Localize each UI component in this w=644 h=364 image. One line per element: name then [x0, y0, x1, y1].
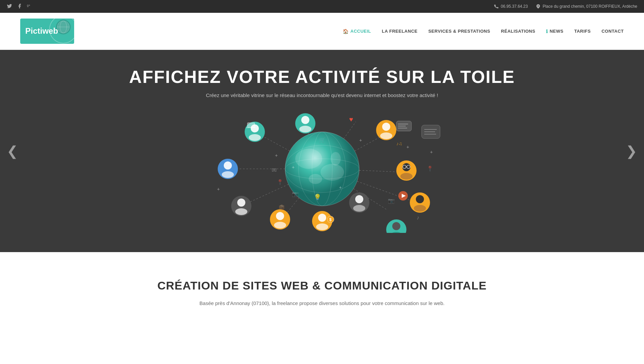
hero-illustration: $ ♥ + + + + + + + ♪♫ ♪ 📍 📍	[187, 105, 457, 240]
logo[interactable]: Pictiweb	[20, 19, 74, 44]
svg-point-34	[380, 132, 392, 139]
svg-text:♪♫: ♪♫	[396, 141, 402, 146]
svg-text:📍: 📍	[277, 179, 283, 185]
svg-point-64	[316, 223, 328, 230]
svg-point-61	[414, 205, 426, 212]
contact-info: 06.95.37.64.23 Place du grand chemin, 07…	[494, 4, 637, 9]
header: Pictiweb 🏠 ACCUEIL LA FREELANCE SERVICES…	[0, 13, 644, 50]
home-icon: 🏠	[343, 29, 349, 34]
svg-text:+: +	[275, 153, 278, 158]
svg-point-51	[237, 199, 245, 207]
svg-point-68	[355, 195, 363, 203]
svg-text:📷: 📷	[388, 198, 395, 204]
svg-point-40	[224, 161, 232, 170]
svg-point-55	[400, 173, 412, 180]
nav-services[interactable]: SERVICES & PRESTATIONS	[428, 29, 490, 34]
address-info: Place du grand chemin, 07100 ROIFFIEUX, …	[536, 4, 637, 9]
info-icon: ℹ	[546, 29, 548, 34]
carousel-prev[interactable]: ❮	[7, 143, 18, 159]
svg-text:📷: 📷	[292, 191, 299, 197]
svg-point-60	[416, 195, 424, 203]
svg-point-2	[56, 20, 71, 34]
phone-number: 06.95.37.64.23	[501, 4, 528, 9]
svg-text:♥: ♥	[349, 116, 353, 123]
hero-subtitle: Créez une véritable vitrine sur le résea…	[206, 92, 438, 98]
svg-point-4	[60, 21, 67, 33]
svg-point-63	[318, 214, 326, 222]
section-title: CRÉATION DE SITES WEB & COMMUNICATION DI…	[67, 279, 577, 292]
svg-point-54	[402, 163, 410, 171]
svg-rect-45	[247, 123, 255, 127]
svg-point-71	[392, 222, 400, 230]
svg-point-3	[57, 21, 69, 33]
intro-section: CRÉATION DE SITES WEB & COMMUNICATION DI…	[0, 252, 644, 328]
section-description: Basée près d'Annonay (07100), la freelan…	[67, 299, 577, 308]
svg-text:+: +	[217, 186, 220, 192]
nav-tarifs[interactable]: TARIFS	[574, 29, 591, 34]
svg-text:📦: 📦	[278, 204, 285, 211]
svg-text:✉: ✉	[272, 167, 277, 174]
svg-text:+: +	[406, 144, 409, 150]
svg-text:Pictiweb: Pictiweb	[25, 26, 58, 35]
svg-text:+: +	[430, 149, 433, 155]
googleplus-link[interactable]: g+	[27, 3, 32, 10]
main-nav: 🏠 ACCUEIL LA FREELANCE SERVICES & PRESTA…	[343, 29, 624, 34]
nav-accueil[interactable]: 🏠 ACCUEIL	[343, 29, 371, 34]
svg-point-1	[538, 5, 539, 7]
logo-box: Pictiweb	[20, 19, 74, 44]
social-links: g+	[7, 3, 32, 10]
svg-text:♪: ♪	[417, 215, 419, 220]
top-bar: g+ 06.95.37.64.23 Place du grand chemin,…	[0, 0, 644, 13]
svg-point-52	[235, 208, 247, 215]
carousel-next[interactable]: ❯	[626, 143, 637, 159]
svg-text:🛒: 🛒	[319, 137, 326, 143]
hero-title: AFFICHEZ VOTRE ACTIVITÉ SUR LA TOILE	[129, 67, 515, 87]
facebook-link[interactable]	[17, 3, 22, 10]
svg-point-41	[222, 171, 234, 178]
svg-point-69	[353, 205, 365, 212]
svg-text:📍: 📍	[427, 165, 433, 172]
nav-contact[interactable]: CONTACT	[602, 29, 624, 34]
svg-point-33	[382, 123, 390, 131]
nav-news[interactable]: ℹ NEWS	[546, 29, 563, 34]
svg-point-49	[274, 222, 286, 229]
svg-text:g+: g+	[27, 4, 30, 7]
svg-text:+: +	[359, 138, 362, 143]
svg-point-30	[301, 116, 309, 124]
svg-text:$: $	[329, 217, 332, 222]
twitter-link[interactable]	[7, 3, 12, 10]
nav-realisations[interactable]: RÉALISATIONS	[501, 29, 535, 34]
svg-point-31	[299, 126, 311, 132]
svg-text:💡: 💡	[314, 193, 321, 201]
svg-text:+: +	[292, 164, 295, 170]
hero-section: ❮ ❯ AFFICHEZ VOTRE ACTIVITÉ SUR LA TOILE…	[0, 50, 644, 252]
svg-point-44	[249, 134, 261, 141]
address-text: Place du grand chemin, 07100 ROIFFIEUX, …	[543, 4, 637, 9]
svg-point-48	[276, 212, 284, 220]
phone-info: 06.95.37.64.23	[494, 4, 528, 9]
nav-freelance[interactable]: LA FREELANCE	[382, 29, 418, 34]
svg-text:+: +	[339, 185, 342, 190]
